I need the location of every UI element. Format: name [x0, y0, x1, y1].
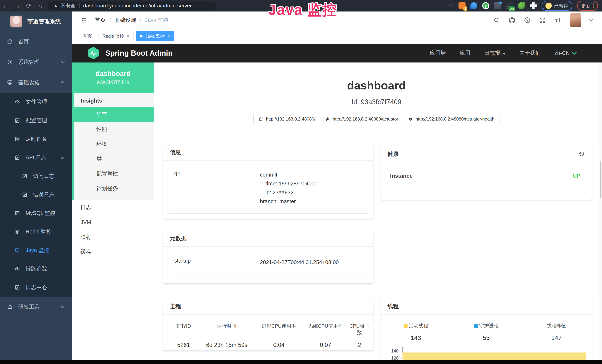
sidebar-item-file[interactable]: 文件管理: [0, 93, 72, 111]
actuator-url-button[interactable]: http://192.168.0.2:48080/actuator: [320, 113, 403, 125]
history-icon[interactable]: [579, 151, 585, 157]
chevron-up-icon: [61, 157, 65, 161]
heart-pulse-icon: [408, 117, 413, 121]
content-scrollbar[interactable]: [599, 63, 602, 360]
sba-nav-journal[interactable]: 日志报表: [484, 49, 505, 57]
sba-brand[interactable]: Spring Boot Admin: [86, 46, 172, 60]
extension-leaf-icon[interactable]: [518, 2, 525, 9]
user-avatar[interactable]: [570, 13, 581, 27]
home-url-button[interactable]: http://192.168.0.2:48080/: [253, 113, 320, 125]
sba-item-configprops[interactable]: 配置属性: [74, 166, 154, 181]
sidebar-item-devtool[interactable]: 研发工具: [0, 297, 72, 317]
sba-nav-wall[interactable]: 应用墙: [430, 49, 446, 57]
sidebar-item-mysql[interactable]: MySQL 监控: [0, 204, 72, 223]
legend-daemon-swatch: [474, 324, 478, 328]
page-title: dashboard: [154, 79, 599, 92]
extension-green-y-icon[interactable]: y: [482, 2, 489, 9]
sidebar-item-redis[interactable]: Redis 监控: [0, 223, 72, 241]
close-tab-icon[interactable]: ×: [167, 33, 170, 39]
metadata-card: 元数据 startup 2021-04-27T00:44:31.254+08:0…: [163, 230, 373, 283]
timer-icon: [14, 136, 20, 142]
extension-grid-icon[interactable]: [494, 2, 501, 9]
sba-item-logs[interactable]: 日志: [72, 200, 154, 215]
sidebar-item-logcenter[interactable]: 日志中心: [0, 278, 72, 297]
address-bar[interactable]: ▲ 不安全 dashboard.yudao.iocoder.cn/infra/a…: [48, 1, 216, 10]
extensions-puzzle-icon[interactable]: [530, 2, 537, 9]
cloud-upload-icon: [14, 99, 20, 105]
browser-home-icon[interactable]: ⌂: [34, 2, 46, 10]
extension-pin-icon[interactable]: [470, 2, 477, 9]
profile-emoji-icon: [546, 3, 552, 9]
sba-item-details[interactable]: 细节: [72, 107, 154, 122]
metadata-row-label: startup: [174, 258, 260, 267]
legend-peak-threads: 线程峰值 147: [521, 322, 592, 341]
threads-card: 线程 活动线程 143 守护进程 53 线程峰值 147 140: [381, 298, 592, 360]
sidebar-item-home[interactable]: 首页: [0, 32, 72, 52]
breadcrumb-infra[interactable]: 基础设施: [115, 17, 136, 24]
sba-item-mappings[interactable]: 映射: [72, 230, 154, 244]
search-icon[interactable]: [494, 17, 500, 23]
address-divider: [79, 3, 80, 8]
extension-orange-icon[interactable]: 1: [459, 2, 465, 9]
sba-item-classes[interactable]: 类: [74, 151, 154, 166]
health-instance-row[interactable]: Instance UP: [386, 162, 586, 187]
sidebar-item-job[interactable]: 定时任务: [0, 130, 72, 148]
sidebar-item-system[interactable]: 系统管理: [0, 52, 72, 72]
health-card: 健康 Instance UP: [381, 146, 592, 200]
fullscreen-icon[interactable]: [539, 17, 546, 23]
scrollbar-thumb[interactable]: [600, 161, 602, 198]
profile-paused-chip[interactable]: 已暂停: [542, 1, 572, 11]
sidebar-item-apilog[interactable]: API 日志: [0, 148, 72, 167]
log-edit-icon: [14, 155, 20, 161]
sba-nav-about[interactable]: 关于我们: [519, 49, 541, 57]
user-menu-caret-icon[interactable]: [589, 17, 593, 21]
sba-header: Spring Boot Admin 应用墙 应用 日志报表 关于我们 zh-CN: [72, 43, 602, 63]
browser-menu-icon[interactable]: [593, 3, 594, 8]
home-icon: [258, 117, 263, 121]
health-url-button[interactable]: http://192.168.0.2:48080/actuator/health: [403, 113, 499, 125]
cpu-cores-value: 2: [347, 342, 371, 348]
tab-home[interactable]: 首页: [79, 31, 96, 41]
infrastructure-icon: [7, 80, 13, 85]
extension-switch-icon[interactable]: on: [506, 2, 513, 9]
app-logo-row[interactable]: 芋道管理系统: [0, 11, 72, 32]
spring-boot-admin-logo-icon: [86, 46, 100, 60]
sidebar-item-trace[interactable]: 链路追踪: [0, 260, 72, 278]
url-text: dashboard.yudao.iocoder.cn/infra/admin-s…: [83, 3, 192, 9]
close-tab-icon[interactable]: ×: [127, 33, 129, 39]
sidebar-item-errorlog[interactable]: 错误日志: [0, 185, 72, 204]
github-icon[interactable]: [508, 17, 516, 24]
sidebar-item-infra[interactable]: 基础设施: [0, 72, 72, 93]
sba-item-jvm[interactable]: JVM: [72, 215, 154, 230]
redis-monitor-icon: [14, 229, 20, 235]
paused-label: 已暂停: [554, 3, 569, 9]
browser-forward-icon[interactable]: →: [11, 2, 23, 10]
tab-redis-monitor[interactable]: Redis 监控 ×: [98, 31, 133, 41]
sidebar-item-config[interactable]: 配置管理: [0, 111, 72, 130]
sba-item-env[interactable]: 环境: [74, 137, 154, 151]
sidebar-item-accesslog[interactable]: 访问日志: [0, 167, 72, 185]
eye-icon: [14, 266, 20, 272]
tag-view-bar: 首页 Redis 监控 × Java 监控 ×: [72, 29, 602, 44]
threads-card-header: 线程: [381, 298, 592, 315]
help-icon[interactable]: [524, 17, 531, 23]
tab-java-monitor[interactable]: Java 监控 ×: [136, 31, 174, 41]
sba-locale-select[interactable]: zh-CN: [555, 50, 576, 56]
bookmark-star-icon[interactable]: ☆: [448, 2, 454, 9]
browser-update-button[interactable]: 更新: [577, 1, 598, 11]
browser-back-icon[interactable]: ←: [0, 2, 11, 10]
breadcrumb-home[interactable]: 首页: [95, 17, 106, 24]
sba-item-scheduled[interactable]: 计划任务: [74, 181, 154, 196]
wrench-icon: [325, 117, 330, 121]
sidebar-item-java[interactable]: Java 监控: [0, 241, 72, 260]
log-edit-icon: [14, 285, 20, 290]
browser-reload-icon[interactable]: ⟳: [23, 2, 34, 10]
dashboard-icon: [7, 39, 13, 44]
instance-header[interactable]: dashboard 93a3fc7f7409: [72, 63, 154, 93]
sba-nav-applications[interactable]: 应用: [460, 49, 470, 57]
sba-item-caches[interactable]: 缓存: [72, 244, 154, 259]
sba-item-metrics[interactable]: 性能: [74, 122, 154, 137]
font-size-icon[interactable]: [554, 17, 562, 23]
insights-section-label: Insights: [74, 93, 154, 107]
collapse-sidebar-icon[interactable]: [80, 17, 87, 23]
